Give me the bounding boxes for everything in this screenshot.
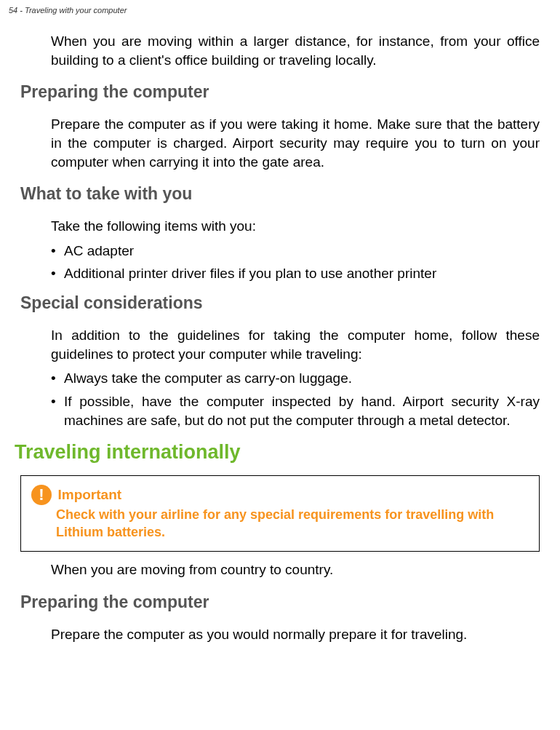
special-intro: In addition to the guidelines for taking… <box>51 326 540 363</box>
special-heading: Special considerations <box>20 293 540 313</box>
preparing-heading-2: Preparing the computer <box>20 592 540 612</box>
what-to-take-heading: What to take with you <box>20 184 540 204</box>
important-icon: ! <box>31 485 52 505</box>
international-heading: Traveling internationally <box>15 441 540 464</box>
what-to-take-intro: Take the following items with you: <box>51 217 540 236</box>
what-to-take-list: AC adapter Additional printer driver fil… <box>51 242 540 283</box>
list-item: Always take the computer as carry-on lug… <box>51 369 540 388</box>
important-text: Check with your airline for any special … <box>56 507 529 541</box>
intro-text: When you are moving within a larger dist… <box>51 32 540 69</box>
international-body: When you are moving from country to coun… <box>51 560 540 579</box>
preparing-body-2: Prepare the computer as you would normal… <box>51 625 540 644</box>
list-item: Additional printer driver files if you p… <box>51 264 540 283</box>
page-content: When you are moving within a larger dist… <box>0 15 560 643</box>
important-box: ! Important Check with your airline for … <box>20 475 540 552</box>
list-item: AC adapter <box>51 242 540 261</box>
page-header: 54 - Traveling with your computer <box>0 0 560 15</box>
preparing-body-1: Prepare the computer as if you were taki… <box>51 115 540 171</box>
important-label: Important <box>57 487 121 502</box>
list-item: If possible, have the computer inspected… <box>51 392 540 429</box>
preparing-heading-1: Preparing the computer <box>20 82 540 102</box>
special-list: Always take the computer as carry-on lug… <box>51 369 540 429</box>
